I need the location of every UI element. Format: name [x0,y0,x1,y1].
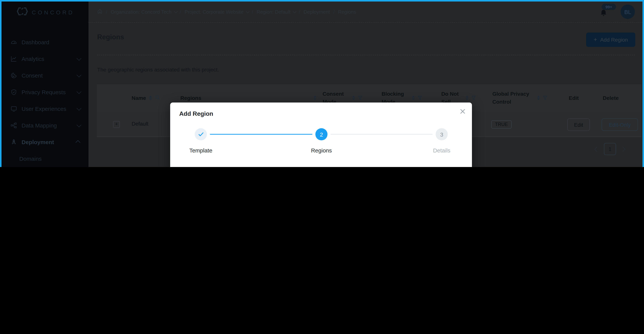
breadcrumb-label: Regions [338,9,356,15]
sidebar-item-label: Dashboard [22,39,49,45]
sidebar-item-label: Privacy Requests [22,89,66,95]
title-divider [97,55,635,55]
chevron-down-icon [76,106,81,110]
sidebar-item-data-mapping[interactable]: Data Mapping [2,117,88,134]
shield-check-icon [10,89,17,95]
filter-icon[interactable] [358,95,362,101]
filter-icon[interactable] [472,95,476,101]
monitor-icon [10,105,17,112]
filter-icon[interactable] [418,95,422,101]
breadcrumb-separator: / [106,9,107,15]
sidebar-item-dashboard[interactable]: Dashboard [2,34,88,50]
notification-bell-icon[interactable] [600,10,607,17]
breadcrumb-separator: / [299,9,300,15]
pagination: 1 [595,143,625,155]
breadcrumb-organization[interactable]: Organization: Concord Tech [110,9,176,15]
step-label-details: Details [419,147,464,154]
breadcrumb-separator: / [180,9,181,15]
close-icon[interactable] [460,108,466,114]
breadcrumb-separator: / [252,9,253,15]
sidebar-item-analytics[interactable]: Analytics [2,50,88,67]
sort-icon[interactable] [537,96,540,100]
app-window: CONCORD Dashboard Analytics Consent [0,0,644,167]
sort-icon[interactable] [466,96,468,100]
plus-icon: + [594,37,597,43]
add-region-modal: Add Region 2 3 Template Regions Details … [170,102,472,167]
step-3-indicator[interactable]: 3 [436,128,448,140]
page-number-button[interactable]: 1 [604,143,616,155]
step-connector-done [210,134,312,135]
concord-logo-icon [17,7,28,18]
column-label: Name [132,94,146,102]
sidebar-item-label: Domains [19,155,42,162]
modal-title: Add Region [179,110,213,117]
sidebar-item-label: Consent [22,72,43,78]
page-description: The geographic regions associated with t… [97,66,219,73]
sidebar-item-user-experiences[interactable]: User Experiences [2,100,88,117]
notification-badge: 99+ [602,4,616,10]
sort-icon[interactable] [314,96,316,100]
sidebar-item-privacy-requests[interactable]: Privacy Requests [2,84,88,100]
add-region-button[interactable]: + Add Region [586,32,635,47]
home-icon[interactable] [97,9,102,15]
chevron-down-icon [76,122,81,127]
column-label: Global Privacy Control [492,90,534,106]
sidebar: CONCORD Dashboard Analytics Consent [2,2,88,167]
row-expand-button[interactable]: + [113,121,120,128]
step-connector-wait [330,134,432,135]
step-label-regions: Regions [299,147,344,154]
column-header-delete: Delete [603,84,619,112]
sidebar-nav: Dashboard Analytics Consent P [2,34,88,167]
breadcrumb-separator: / [333,9,335,15]
breadcrumb-label: Organization: Concord Tech [110,9,172,15]
step-1-done-icon[interactable] [195,128,207,140]
row-edit-button[interactable]: Edit [567,118,590,131]
analytics-icon [10,56,17,62]
column-header-global-privacy-control[interactable]: Global Privacy Control [492,84,547,112]
breadcrumb-region[interactable]: Region: Default [256,9,295,15]
breadcrumb: / Organization: Concord Tech / Project: … [97,9,356,15]
breadcrumb-label: Deployment [304,9,330,15]
breadcrumb-project[interactable]: Project: Corporate Website [184,9,248,15]
dashboard-icon [10,39,17,45]
row-delete-button[interactable]: Edit-Only [602,118,638,131]
step-2-indicator[interactable]: 2 [316,128,328,140]
chevron-up-icon [76,140,80,145]
gpc-status-badge: TRUE [491,120,512,128]
chevron-down-icon [76,56,81,60]
logo-text: CONCORD [32,9,74,15]
breadcrumb-deployment[interactable]: Deployment [304,9,330,15]
logo[interactable]: CONCORD [17,7,74,18]
breadcrumb-label: Region: Default [256,9,290,15]
sidebar-item-label: Analytics [22,56,44,62]
chevron-down-icon [246,10,250,13]
sidebar-item-label: Deployment [22,139,54,145]
column-header-name[interactable]: Name [132,84,160,112]
chevron-down-icon [76,89,81,94]
filter-icon[interactable] [543,95,547,101]
cookie-icon [10,72,17,78]
sidebar-item-domains[interactable]: Domains [2,150,88,167]
sidebar-item-consent[interactable]: Consent [2,67,88,84]
topbar: / Organization: Concord Tech / Project: … [88,2,642,23]
sort-icon[interactable] [149,96,152,100]
sort-icon[interactable] [412,96,415,100]
previous-page-icon[interactable] [594,146,599,151]
chevron-down-icon [293,10,296,13]
sidebar-item-regions[interactable]: Regions [2,167,88,167]
add-region-button-label: Add Region [600,37,628,43]
search-icon[interactable] [155,95,160,101]
next-page-icon[interactable] [620,146,625,151]
step-label-template: Template [178,147,224,154]
page-title: Regions [97,33,124,41]
avatar[interactable]: BL [620,4,635,19]
data-mapping-icon [10,122,17,128]
sort-icon[interactable] [352,96,355,100]
sidebar-item-deployment[interactable]: Deployment [2,134,88,150]
rocket-icon [10,139,17,145]
column-label: Regions [180,94,201,102]
breadcrumb-regions[interactable]: Regions [338,9,356,15]
column-header-edit: Edit [569,84,579,112]
column-label: Delete [603,94,619,102]
chevron-down-icon [76,72,81,77]
